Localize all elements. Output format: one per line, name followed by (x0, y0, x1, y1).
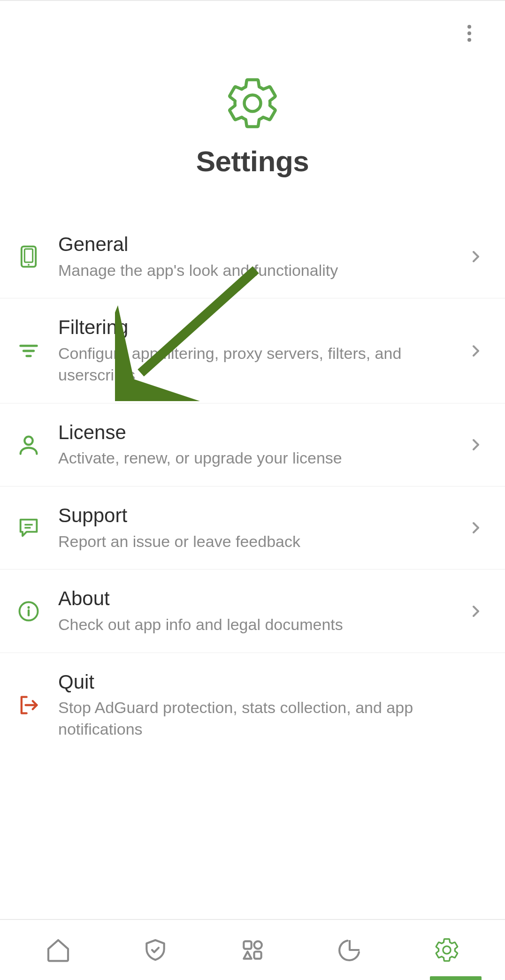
chevron-right-icon (467, 435, 485, 454)
settings-item-support[interactable]: Support Report an issue or leave feedbac… (0, 486, 505, 570)
nav-active-indicator (430, 976, 482, 980)
gear-icon (224, 75, 281, 131)
item-subtitle: Activate, renew, or upgrade your license (58, 448, 459, 469)
svg-point-9 (24, 437, 32, 445)
svg-rect-15 (244, 941, 251, 949)
item-title: About (58, 586, 459, 611)
more-menu-button[interactable] (456, 20, 482, 46)
exit-icon (14, 691, 43, 720)
gear-icon (434, 937, 460, 963)
info-icon (14, 597, 43, 626)
chevron-right-icon (467, 602, 485, 621)
item-subtitle: Stop AdGuard protection, stats collectio… (58, 697, 485, 740)
more-vertical-icon (458, 22, 481, 45)
chevron-right-icon (467, 518, 485, 537)
pie-chart-icon (337, 937, 363, 963)
svg-point-16 (254, 941, 261, 949)
item-title: Support (58, 503, 459, 528)
nav-protection[interactable] (137, 931, 174, 969)
settings-item-about[interactable]: About Check out app info and legal docum… (0, 570, 505, 653)
svg-point-2 (467, 38, 471, 42)
shapes-icon (239, 937, 266, 963)
nav-stats[interactable] (331, 931, 368, 969)
user-icon (14, 430, 43, 459)
device-icon (14, 242, 43, 271)
svg-point-1 (467, 31, 471, 35)
svg-point-5 (28, 264, 30, 266)
chat-icon (14, 513, 43, 542)
settings-item-general[interactable]: General Manage the app's look and functi… (0, 215, 505, 298)
shield-check-icon (142, 937, 168, 963)
svg-rect-17 (254, 952, 261, 959)
item-title: Filtering (58, 315, 459, 340)
item-title: Quit (58, 670, 485, 695)
chevron-right-icon (467, 342, 485, 360)
settings-item-filtering[interactable]: Filtering Configure app filtering, proxy… (0, 298, 505, 403)
chevron-right-icon (467, 247, 485, 266)
settings-item-license[interactable]: License Activate, renew, or upgrade your… (0, 403, 505, 486)
svg-rect-4 (24, 249, 32, 262)
item-subtitle: Report an issue or leave feedback (58, 531, 459, 553)
filter-icon (14, 336, 43, 365)
page-title: Settings (196, 144, 309, 178)
nav-apps[interactable] (234, 931, 271, 969)
nav-settings[interactable] (428, 931, 466, 969)
item-subtitle: Check out app info and legal documents (58, 614, 459, 636)
nav-home[interactable] (39, 931, 77, 969)
item-subtitle: Configure app filtering, proxy servers, … (58, 343, 459, 386)
item-subtitle: Manage the app's look and functionality (58, 260, 459, 281)
item-title: License (58, 420, 459, 445)
item-title: General (58, 232, 459, 257)
home-icon (45, 937, 71, 963)
settings-item-quit[interactable]: Quit Stop AdGuard protection, stats coll… (0, 653, 505, 757)
svg-point-0 (467, 25, 471, 29)
bottom-nav (0, 919, 505, 980)
